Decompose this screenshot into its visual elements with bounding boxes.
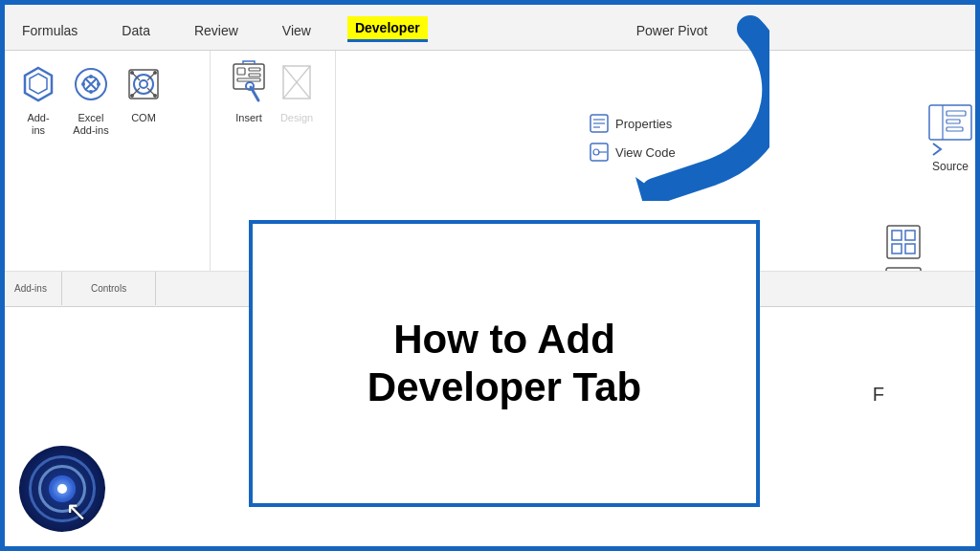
addins-group-label: Add-ins xyxy=(0,272,62,305)
svg-rect-34 xyxy=(947,120,960,123)
blue-arrow xyxy=(559,10,769,201)
svg-point-12 xyxy=(153,71,157,75)
svg-rect-37 xyxy=(892,231,902,240)
com-label: COM xyxy=(131,112,156,124)
tab-bar: Formulas Data Review View Developer Powe… xyxy=(0,8,980,42)
source-button[interactable]: Source xyxy=(925,103,975,173)
svg-rect-17 xyxy=(249,68,260,71)
extra-icon-1[interactable] xyxy=(884,223,923,261)
tab-developer[interactable]: Developer xyxy=(347,16,428,42)
addins-icon xyxy=(19,60,57,108)
insert-label: Insert xyxy=(235,112,262,124)
tab-review[interactable]: Review xyxy=(187,19,246,42)
svg-point-5 xyxy=(89,90,93,94)
cursor-icon: ↖ xyxy=(65,496,87,527)
svg-point-11 xyxy=(130,71,134,75)
addins-button[interactable]: Add-ins xyxy=(14,60,62,137)
svg-point-14 xyxy=(153,94,157,98)
excel-addins-button[interactable]: ExcelAdd-ins xyxy=(67,60,115,137)
cell-f: F xyxy=(873,384,884,406)
svg-point-10 xyxy=(140,80,147,88)
logo-circle xyxy=(19,446,105,532)
insert-button[interactable]: Insert xyxy=(225,60,273,124)
svg-rect-38 xyxy=(905,231,915,240)
tab-data[interactable]: Data xyxy=(114,19,158,42)
svg-rect-18 xyxy=(249,74,260,77)
svg-rect-33 xyxy=(947,111,966,116)
design-button[interactable]: Design xyxy=(273,60,321,124)
svg-rect-19 xyxy=(237,78,260,81)
source-label: Source xyxy=(932,160,969,173)
excel-addins-icon xyxy=(72,60,110,108)
card-title: How to AddDeveloper Tab xyxy=(368,316,641,412)
card-overlay: How to AddDeveloper Tab xyxy=(249,220,760,507)
excel-addins-label: ExcelAdd-ins xyxy=(73,112,108,137)
logo-dot xyxy=(57,484,67,494)
com-icon xyxy=(124,60,163,108)
addins-group: Add-ins ExcelAdd-ins xyxy=(0,51,211,298)
svg-rect-39 xyxy=(892,244,902,253)
tab-view[interactable]: View xyxy=(275,19,319,42)
svg-rect-35 xyxy=(947,127,963,131)
design-label: Design xyxy=(280,112,313,124)
svg-point-4 xyxy=(89,75,93,78)
svg-marker-0 xyxy=(25,68,52,100)
tab-formulas[interactable]: Formulas xyxy=(14,19,85,42)
svg-point-6 xyxy=(81,82,85,86)
svg-point-13 xyxy=(130,94,134,98)
svg-marker-1 xyxy=(30,74,47,94)
svg-rect-40 xyxy=(905,244,915,253)
controls-group-label: Controls xyxy=(62,272,156,305)
svg-point-7 xyxy=(97,82,100,86)
com-button[interactable]: COM xyxy=(120,60,167,124)
svg-rect-16 xyxy=(237,68,245,75)
design-icon xyxy=(278,60,316,108)
insert-icon xyxy=(230,60,268,108)
addins-label: Add-ins xyxy=(27,112,49,137)
source-icon xyxy=(925,103,975,156)
logo-area xyxy=(19,446,105,532)
